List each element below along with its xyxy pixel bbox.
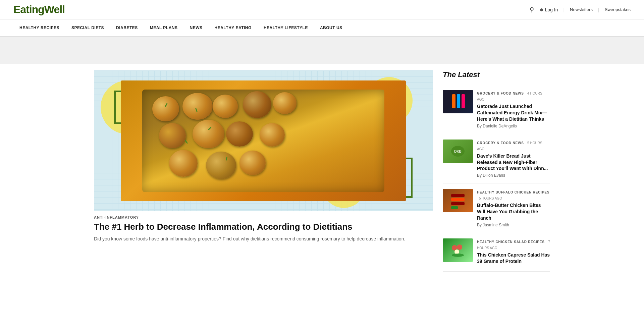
news-thumb-1 (443, 90, 473, 113)
svg-rect-5 (451, 194, 465, 197)
search-icon[interactable]: ⚲ (530, 6, 534, 13)
svg-point-10 (457, 244, 462, 250)
hero-title[interactable]: The #1 Herb to Decrease Inflammation, Ac… (94, 221, 433, 233)
gatorade-image (443, 90, 473, 113)
news-category-1: GROCERY & FOOD NEWS 4 HOURS AGO (477, 90, 550, 102)
food-image (121, 80, 406, 201)
nav-item-healthy-lifestyle[interactable]: HEALTHY LIFESTYLE (258, 19, 314, 36)
site-header: EatingWell ⚲ ● Log In | Newsletters | Sw… (0, 0, 644, 19)
divider2: | (598, 7, 599, 12)
caprese-image (443, 238, 473, 262)
nav-item-about-us[interactable]: ABOUT US (314, 19, 348, 36)
news-author-1: By Danielle DeAngelis (477, 124, 550, 128)
news-category-3: HEALTHY BUFFALO CHICKEN RECIPES 5 HOURS … (477, 189, 550, 201)
svg-point-12 (452, 254, 464, 257)
news-category-2: GROCERY & FOOD NEWS 5 HOURS AGO (477, 140, 550, 152)
svg-rect-6 (451, 198, 465, 201)
news-content-2: GROCERY & FOOD NEWS 5 HOURS AGO Dave's K… (477, 140, 550, 178)
svg-rect-2 (462, 94, 465, 108)
news-headline-1[interactable]: Gatorade Just Launched Caffeinated Energ… (477, 103, 550, 122)
chicken-image (443, 189, 473, 212)
divider: | (563, 7, 565, 12)
nav-item-healthy-eating[interactable]: HEALTHY EATING (209, 19, 258, 36)
news-thumb-3 (443, 189, 473, 212)
nav-item-meal-plans[interactable]: MEAL PLANS (144, 19, 184, 36)
ad-banner (0, 37, 644, 64)
hero-image[interactable] (94, 70, 433, 211)
news-headline-4[interactable]: This Chicken Caprese Salad Has 39 Grams … (477, 252, 550, 265)
site-logo[interactable]: EatingWell (13, 3, 65, 16)
news-thumb-4 (443, 238, 473, 262)
news-author-3: By Jasmine Smith (477, 223, 550, 227)
news-item-3[interactable]: HEALTHY BUFFALO CHICKEN RECIPES 5 HOURS … (443, 183, 550, 233)
login-button[interactable]: ● Log In (539, 6, 558, 13)
bread-image: DKB (443, 140, 473, 163)
hero-caption: ANTI-INFLAMMATORY The #1 Herb to Decreas… (94, 215, 433, 242)
news-item-1[interactable]: GROCERY & FOOD NEWS 4 HOURS AGO Gatorade… (443, 85, 550, 134)
svg-text:DKB: DKB (454, 150, 462, 153)
newsletters-link[interactable]: Newsletters (570, 7, 593, 12)
news-headline-2[interactable]: Dave's Killer Bread Just Released a New … (477, 153, 550, 172)
nav-item-diabetes[interactable]: DIABETES (110, 19, 144, 36)
news-headline-3[interactable]: Buffalo-Butter Chicken Bites Will Have Y… (477, 202, 550, 221)
news-author-2: By Dillon Evans (477, 173, 550, 178)
svg-rect-0 (452, 94, 455, 108)
nav-item-healthy-recipes[interactable]: HEALTHY RECIPES (13, 19, 65, 36)
sidebar-title: The Latest (443, 70, 550, 79)
news-content-3: HEALTHY BUFFALO CHICKEN RECIPES 5 HOURS … (477, 189, 550, 227)
svg-point-11 (454, 249, 459, 254)
nav-item-news[interactable]: NEWS (184, 19, 209, 36)
hero-description: Did you know some foods have anti-inflam… (94, 235, 433, 242)
main-nav: HEALTHY RECIPES SPECIAL DIETS DIABETES M… (0, 19, 644, 37)
news-content-1: GROCERY & FOOD NEWS 4 HOURS AGO Gatorade… (477, 90, 550, 128)
news-thumb-2: DKB (443, 140, 473, 163)
hero-tag: ANTI-INFLAMMATORY (94, 215, 433, 219)
svg-rect-1 (457, 94, 460, 108)
nav-item-special-diets[interactable]: SPECIAL DIETS (65, 19, 110, 36)
header-actions: ⚲ ● Log In | Newsletters | Sweepstakes (530, 6, 631, 13)
pan (142, 90, 385, 192)
news-content-4: HEALTHY CHICKEN SALAD RECIPES 7 HOURS AG… (477, 238, 550, 266)
hero-section: ANTI-INFLAMMATORY The #1 Herb to Decreas… (94, 70, 433, 272)
sweepstakes-link[interactable]: Sweepstakes (605, 7, 631, 12)
svg-rect-8 (451, 206, 458, 209)
news-item-4[interactable]: HEALTHY CHICKEN SALAD RECIPES 7 HOURS AG… (443, 233, 550, 272)
login-label: Log In (545, 7, 558, 12)
news-item-2[interactable]: DKB GROCERY & FOOD NEWS 5 HOURS AGO Dave… (443, 134, 550, 184)
sidebar: The Latest GROCERY & FOOD NEWS 4 HOURS A… (443, 70, 550, 272)
main-content: ANTI-INFLAMMATORY The #1 Herb to Decreas… (0, 64, 644, 278)
svg-rect-7 (451, 202, 465, 205)
news-category-4: HEALTHY CHICKEN SALAD RECIPES 7 HOURS AG… (477, 238, 550, 251)
